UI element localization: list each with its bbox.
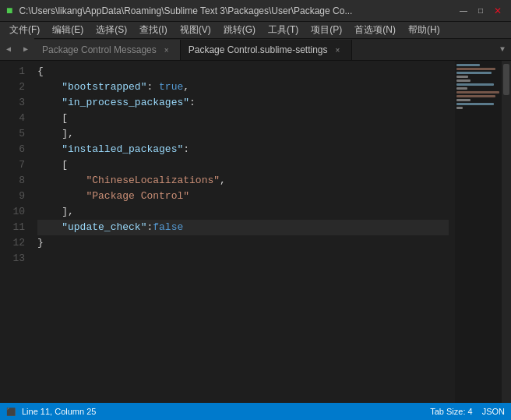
tab-close-0[interactable]: × — [161, 44, 172, 55]
minimap — [455, 61, 502, 403]
menu-item-首选项(N)[interactable]: 首选项(N) — [348, 22, 402, 38]
menu-item-跳转(G)[interactable]: 跳转(G) — [217, 22, 262, 38]
scrollbar[interactable] — [502, 61, 511, 403]
close-button[interactable]: ✕ — [491, 4, 505, 18]
title-bar: ■ C:\Users\likang\AppData\Roaming\Sublim… — [0, 0, 511, 22]
code-line-3: "in_process_packages": — [37, 95, 449, 111]
maximize-button[interactable]: □ — [474, 4, 488, 18]
window-controls: — □ ✕ — [456, 4, 505, 18]
tab-overflow-button[interactable]: ▼ — [494, 38, 511, 60]
tab-prev-button[interactable]: ◀ — [0, 38, 17, 60]
line-number-7: 7 — [0, 157, 25, 173]
scrollbar-thumb[interactable] — [503, 64, 509, 95]
menu-item-文件(F)[interactable]: 文件(F) — [3, 22, 46, 38]
tabs-container: Package Control Messages×Package Control… — [34, 40, 352, 60]
code-area[interactable]: { "bootstrapped": true, "in_process_pack… — [31, 61, 455, 403]
line-numbers: 12345678910111213 — [0, 61, 31, 403]
editor: 12345678910111213 { "bootstrapped": true… — [0, 61, 511, 403]
menu-bar: 文件(F)编辑(E)选择(S)查找(I)视图(V)跳转(G)工具(T)项目(P)… — [0, 22, 511, 39]
line-number-1: 1 — [0, 64, 25, 79]
line-number-2: 2 — [0, 79, 25, 95]
tab-bar: ◀ ▶ Package Control Messages×Package Con… — [0, 39, 511, 61]
code-line-7: [ — [37, 157, 449, 173]
title-icon: ■ — [6, 5, 12, 17]
code-line-8: "ChineseLocalizations", — [37, 173, 449, 189]
status-right: Tab Size: 4 JSON — [430, 407, 505, 416]
line-number-9: 9 — [0, 189, 25, 204]
status-icon: ⬛ — [6, 408, 16, 416]
tab-0[interactable]: Package Control Messages× — [34, 40, 181, 60]
line-number-10: 10 — [0, 204, 25, 220]
menu-item-选择(S)[interactable]: 选择(S) — [90, 22, 133, 38]
status-left: ⬛ Line 11, Column 25 — [6, 407, 96, 416]
menu-item-视图(V)[interactable]: 视图(V) — [174, 22, 217, 38]
line-number-8: 8 — [0, 173, 25, 189]
code-line-12: } — [37, 235, 449, 251]
line-number-12: 12 — [0, 235, 25, 251]
window-title: C:\Users\likang\AppData\Roaming\Sublime … — [16, 5, 456, 16]
code-line-5: ], — [37, 126, 449, 142]
menu-item-查找(I)[interactable]: 查找(I) — [133, 22, 173, 38]
line-number-3: 3 — [0, 95, 25, 111]
line-number-5: 5 — [0, 126, 25, 142]
minimap-content — [455, 61, 502, 114]
code-line-6: "installed_packages": — [37, 142, 449, 157]
code-line-10: ], — [37, 204, 449, 220]
line-number-11: 11 — [0, 220, 25, 235]
code-line-1: { — [37, 64, 449, 79]
tab-label-0: Package Control Messages — [42, 44, 157, 55]
menu-item-工具(T)[interactable]: 工具(T) — [262, 22, 305, 38]
tab-label-1: Package Control.sublime-settings — [189, 44, 328, 55]
tab-close-1[interactable]: × — [333, 44, 344, 55]
code-line-2: "bootstrapped": true, — [37, 79, 449, 95]
menu-item-编辑(E)[interactable]: 编辑(E) — [46, 22, 90, 38]
syntax-label[interactable]: JSON — [482, 407, 505, 416]
line-number-4: 4 — [0, 111, 25, 126]
cursor-position[interactable]: Line 11, Column 25 — [22, 407, 96, 416]
code-line-9: "Package Control" — [37, 189, 449, 204]
line-number-13: 13 — [0, 251, 25, 266]
line-number-6: 6 — [0, 142, 25, 157]
minimize-button[interactable]: — — [456, 4, 470, 18]
menu-item-项目(P)[interactable]: 项目(P) — [305, 22, 348, 38]
status-bar: ⬛ Line 11, Column 25 Tab Size: 4 JSON — [0, 403, 511, 420]
code-line-4: [ — [37, 111, 449, 126]
menu-item-帮助(H)[interactable]: 帮助(H) — [402, 22, 446, 38]
code-line-11: "update_check":false — [37, 220, 449, 235]
tab-1[interactable]: Package Control.sublime-settings× — [181, 40, 352, 60]
tab-size[interactable]: Tab Size: 4 — [430, 407, 472, 416]
tab-next-button[interactable]: ▶ — [17, 38, 34, 60]
